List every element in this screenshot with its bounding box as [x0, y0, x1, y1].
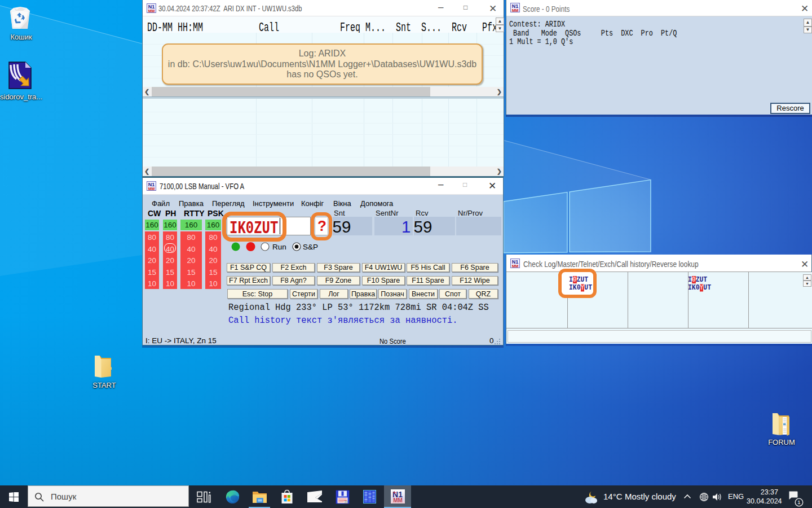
svg-text:MM: MM — [512, 8, 519, 12]
svg-text:MM: MM — [393, 497, 403, 503]
svg-text:31: 31 — [345, 501, 347, 503]
svg-text:1: 1 — [797, 499, 800, 505]
svg-text:+: + — [393, 490, 396, 496]
svg-text:MM: MM — [512, 264, 519, 268]
svg-text:MM: MM — [148, 187, 155, 191]
svg-text:MM: MM — [148, 9, 155, 13]
